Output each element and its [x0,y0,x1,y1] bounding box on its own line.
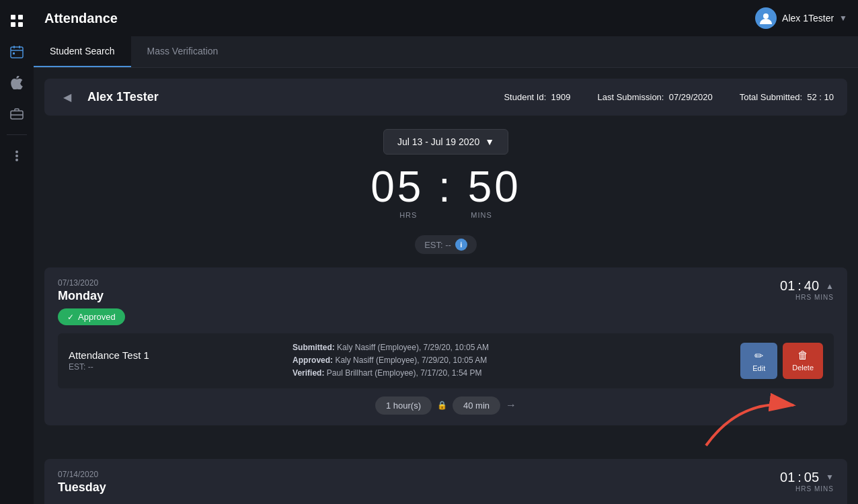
time-bar-hours: 1 hour(s) [375,396,432,415]
avatar [755,7,777,29]
tuesday-header: 07/14/2020 Tuesday 01 : 05 ▼ HRS MINS [58,470,834,500]
student-id: Student Id: 1909 [504,92,570,102]
day-date: 07/13/2020 [58,278,125,288]
sidebar-icon-calendar[interactable] [4,39,30,65]
tab-student-search[interactable]: Student Search [34,36,131,67]
lock-icon: 🔒 [437,401,447,410]
tuesday-date: 07/14/2020 [58,470,106,479]
topbar: Attendance Alex 1Tester ▼ [34,0,858,36]
user-name: Alex 1Tester [782,13,834,24]
week-dropdown[interactable]: Jul 13 - Jul 19 2020 ▼ [383,129,508,155]
time-bar: 1 hour(s) 🔒 40 min → [58,396,834,415]
entry-name: Attendance Test 1 [69,349,292,361]
chevron-down-icon: ▼ [485,136,494,147]
tuesday-up-arrow-icon[interactable]: ▼ [826,472,834,482]
svg-rect-0 [11,15,15,19]
time-bar-mins: 40 min [453,396,500,415]
approved-badge: ✓ Approved [58,308,125,325]
app-title: Attendance [44,11,118,26]
student-header: ◀ Alex 1Tester Student Id: 1909 Last Sub… [44,79,847,116]
up-arrow-icon[interactable]: ▲ [826,282,834,291]
est-badge[interactable]: EST: -- i [415,235,477,254]
total-submitted: Total Submitted: 52 : 10 [740,92,834,102]
time-labels: HRS MINS [44,211,847,219]
day-card-monday: 07/13/2020 Monday ✓ Approved 01 : 40 ▲ H… [44,267,847,425]
svg-rect-2 [11,22,15,27]
day-card-tuesday: 07/14/2020 Tuesday 01 : 05 ▼ HRS MINS [44,459,847,504]
tuesday-name: Tuesday [58,480,106,495]
submitted-line: Submitted: Kaly Nasiff (Employee), 7/29/… [292,341,740,354]
tab-mass-verification[interactable]: Mass Verification [131,36,235,67]
check-icon: ✓ [67,312,74,322]
day-time: 01 : 40 ▲ HRS MINS [780,278,834,301]
svg-rect-4 [11,47,23,58]
last-submission: Last Submission: 07/29/2020 [597,92,712,102]
delete-button[interactable]: 🗑 Delete [783,343,823,379]
delete-icon: 🗑 [797,349,808,362]
sidebar-icon-more[interactable] [4,143,30,169]
svg-rect-1 [18,15,23,19]
day-time-value: 01 : 40 ▲ [780,278,834,294]
student-meta: Student Id: 1909 Last Submission: 07/29/… [504,92,834,102]
content-area: ◀ Alex 1Tester Student Id: 1909 Last Sub… [34,68,858,504]
total-time-display: 05 : 50 [44,165,847,208]
sidebar-divider [7,134,27,135]
day-info: 07/13/2020 Monday ✓ Approved [58,278,125,325]
tuesday-time: 01 : 05 ▼ HRS MINS [780,470,834,493]
sidebar [0,0,34,504]
day-name: Monday [58,289,125,303]
tuesday-time-value: 01 : 05 ▼ [780,470,834,485]
svg-rect-5 [13,46,15,48]
svg-point-9 [763,13,769,19]
day-time-label: HRS MINS [795,294,834,301]
entry-info: Attendance Test 1 EST: -- [69,349,292,372]
sidebar-icon-grid[interactable] [4,8,30,34]
edit-button[interactable]: ✏ Edit [740,343,777,379]
tab-bar: Student Search Mass Verification [34,36,858,68]
day-card-header: 07/13/2020 Monday ✓ Approved 01 : 40 ▲ H… [58,278,834,325]
entry-actions: ✏ Edit 🗑 Delete [740,343,823,379]
tuesday-time-label: HRS MINS [795,485,834,493]
user-menu[interactable]: Alex 1Tester ▼ [755,7,847,29]
main-content: Attendance Alex 1Tester ▼ Student Search… [34,0,858,504]
arrow-right-icon: → [506,399,516,411]
info-icon: i [455,239,467,251]
entry-row: Attendance Test 1 EST: -- Submitted: Kal… [58,333,834,388]
svg-rect-6 [19,46,20,48]
tuesday-info: 07/14/2020 Tuesday [58,470,106,500]
edit-icon: ✏ [754,349,763,362]
entry-submitted: Submitted: Kaly Nasiff (Employee), 7/29/… [292,341,740,380]
verified-line: Verified: Paul Brillhart (Employee), 7/1… [292,367,740,380]
svg-rect-3 [18,22,23,27]
student-name: Alex 1Tester [87,90,493,104]
sidebar-icon-briefcase[interactable] [4,101,30,126]
entry-est: EST: -- [69,362,292,372]
svg-rect-7 [13,52,15,54]
time-section: Jul 13 - Jul 19 2020 ▼ 05 : 50 HRS MINS … [44,116,847,261]
sidebar-icon-apple[interactable] [4,70,30,95]
back-button[interactable]: ◀ [58,88,77,106]
chevron-down-icon: ▼ [839,13,847,23]
approved-line: Approved: Kaly Nasiff (Employee), 7/29/2… [292,354,740,367]
